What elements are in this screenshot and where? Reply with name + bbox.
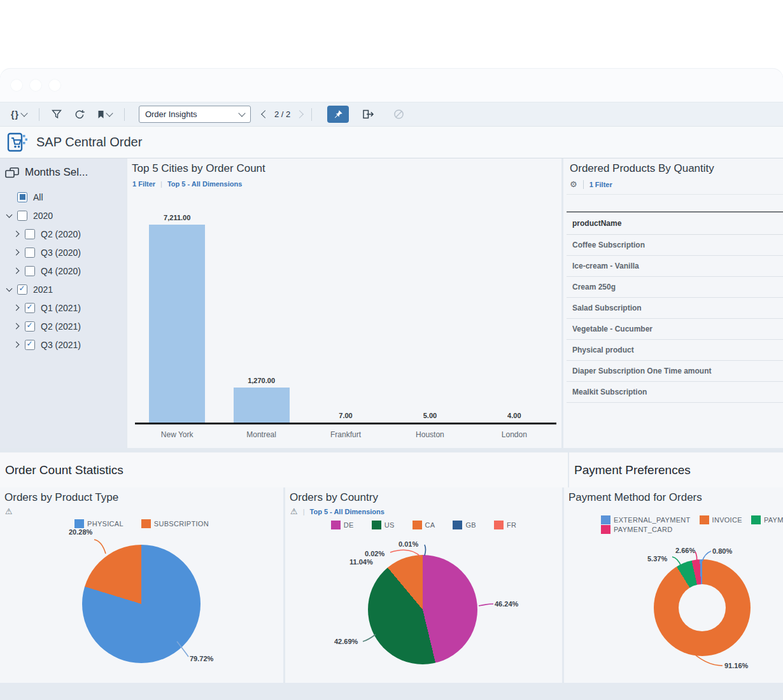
country-pie[interactable] bbox=[368, 555, 477, 664]
product-type-pie[interactable] bbox=[82, 545, 201, 663]
pie2-legend: DEUSCAGBFR bbox=[285, 521, 562, 529]
checkbox[interactable] bbox=[25, 229, 35, 239]
chevron-right-icon[interactable] bbox=[13, 230, 22, 239]
table-row[interactable]: Salad Subscription bbox=[567, 298, 783, 319]
filter-link[interactable]: 1 Filter bbox=[589, 181, 612, 188]
pin-button[interactable] bbox=[327, 106, 349, 123]
pie-slice-label: 5.37% bbox=[647, 555, 667, 563]
filter-link[interactable]: 1 Filter bbox=[132, 180, 155, 188]
legend-swatch bbox=[74, 519, 84, 528]
legend-label: PAYMEN bbox=[764, 516, 783, 524]
legend-item[interactable]: DE bbox=[331, 521, 354, 529]
bar-value-label: 5.00 bbox=[423, 412, 437, 419]
gear-icon[interactable]: ⚙ bbox=[570, 179, 577, 189]
toolbar-divider bbox=[311, 108, 312, 121]
legend-item[interactable]: EXTERNAL_PAYMENT bbox=[601, 515, 691, 524]
chevron-right-icon[interactable] bbox=[13, 322, 22, 331]
tree-item-q1-2021-[interactable]: Q1 (2021) bbox=[13, 298, 125, 317]
tree-item-label: Q3 (2020) bbox=[41, 248, 81, 258]
script-menu-button[interactable]: {} bbox=[8, 108, 30, 122]
payment-method-donut[interactable] bbox=[654, 559, 751, 656]
bar[interactable] bbox=[234, 388, 290, 423]
legend-item[interactable]: CA bbox=[413, 521, 435, 529]
legend-item[interactable]: SUBSCRIPTION bbox=[141, 519, 209, 528]
chevron-down-icon[interactable] bbox=[5, 285, 14, 294]
bar-value-label: 7.00 bbox=[339, 412, 352, 419]
tree-item-2020[interactable]: 2020 bbox=[5, 206, 125, 225]
tree-item-q4-2020-[interactable]: Q4 (2020) bbox=[13, 262, 125, 280]
legend-item[interactable]: US bbox=[372, 521, 395, 529]
tree-item-label: Q4 (2020) bbox=[41, 266, 81, 276]
chevron-right-icon[interactable] bbox=[13, 248, 22, 257]
bar-category: Montreal bbox=[219, 424, 303, 439]
table-row[interactable]: Ice-cream - Vanilla bbox=[567, 256, 783, 277]
tree-item-q2-2020-[interactable]: Q2 (2020) bbox=[13, 225, 125, 243]
chevron-down-icon[interactable] bbox=[5, 211, 14, 220]
legend-swatch bbox=[601, 525, 610, 534]
checkbox[interactable] bbox=[25, 340, 35, 350]
window-control-dot[interactable] bbox=[29, 79, 42, 92]
page-prev-button[interactable] bbox=[261, 110, 269, 118]
pie-slice-label: 0.80% bbox=[712, 547, 732, 555]
checkbox[interactable] bbox=[25, 303, 35, 313]
refresh-icon bbox=[74, 109, 85, 120]
chevron-right-icon[interactable] bbox=[13, 267, 22, 276]
checkbox[interactable] bbox=[17, 192, 27, 202]
pin-icon bbox=[334, 109, 343, 119]
expander-spacer bbox=[5, 193, 14, 202]
legend-swatch bbox=[700, 515, 709, 524]
table-row[interactable]: Physical product bbox=[567, 340, 783, 361]
pie-slice-label: 42.69% bbox=[334, 638, 358, 645]
refresh-button[interactable] bbox=[71, 108, 88, 122]
tree-item-q3-2021-[interactable]: Q3 (2021) bbox=[13, 335, 125, 354]
bar-value-label: 7,211.00 bbox=[164, 214, 190, 221]
exit-button[interactable] bbox=[359, 108, 377, 121]
tree-item-q2-2021-[interactable]: Q2 (2021) bbox=[13, 317, 125, 335]
dimensions-link[interactable]: Top 5 - All Dimensions bbox=[310, 508, 384, 515]
table-row[interactable]: Cream 250g bbox=[567, 277, 783, 298]
legend-item[interactable]: GB bbox=[453, 521, 476, 529]
table-row[interactable]: Mealkit Subscription bbox=[567, 382, 783, 403]
legend-item[interactable]: INVOICE bbox=[700, 515, 742, 524]
view-select[interactable]: Order Insights bbox=[139, 106, 251, 123]
tree-item-2021[interactable]: 2021 bbox=[5, 280, 125, 298]
tree-item-label: 2020 bbox=[33, 211, 53, 221]
top-content-row: Months Sel... All2020Q2 (2020)Q3 (2020)Q… bbox=[0, 158, 783, 448]
checkbox[interactable] bbox=[25, 266, 35, 276]
bar-column: 7,211.00 bbox=[135, 214, 219, 423]
chevron-right-icon[interactable] bbox=[13, 304, 22, 312]
months-filter-panel: Months Sel... All2020Q2 (2020)Q3 (2020)Q… bbox=[0, 158, 125, 448]
bar-chart-filters: 1 Filter | Top 5 - All Dimensions bbox=[132, 180, 242, 188]
checkbox[interactable] bbox=[25, 248, 35, 258]
legend-item[interactable]: PAYMEN bbox=[751, 515, 783, 524]
tree-item-q3-2020-[interactable]: Q3 (2020) bbox=[13, 243, 125, 262]
checkbox[interactable] bbox=[17, 284, 27, 295]
page-title: SAP Central Order bbox=[36, 135, 142, 150]
checkbox[interactable] bbox=[25, 321, 35, 332]
checkbox[interactable] bbox=[17, 211, 27, 221]
table-row[interactable]: Vegetable - Cucumber bbox=[567, 319, 783, 340]
months-panel-title: Months Sel... bbox=[25, 166, 88, 179]
bar[interactable] bbox=[149, 225, 205, 423]
window-control-dot[interactable] bbox=[10, 79, 23, 92]
legend-label: INVOICE bbox=[712, 516, 742, 524]
months-panel-header: Months Sel... bbox=[5, 166, 125, 179]
donut-title: Payment Method for Orders bbox=[568, 491, 702, 504]
pie1-legend: PHYSICALSUBSCRIPTION bbox=[0, 519, 283, 528]
page-next-button[interactable] bbox=[295, 110, 304, 118]
legend-item[interactable]: PAYMENT_CARD bbox=[601, 525, 672, 534]
legend-item[interactable]: PHYSICAL bbox=[74, 519, 123, 528]
bookmark-button[interactable] bbox=[94, 108, 115, 121]
chevron-right-icon[interactable] bbox=[13, 340, 22, 349]
section-headers: Order Count Statistics Payment Preferenc… bbox=[0, 452, 783, 487]
dimensions-link[interactable]: Top 5 - All Dimensions bbox=[167, 180, 242, 188]
table-top-border bbox=[567, 194, 783, 195]
filter-button[interactable] bbox=[48, 108, 65, 121]
tree-item-label: Q2 (2021) bbox=[41, 321, 81, 332]
legend-item[interactable]: FR bbox=[494, 521, 516, 529]
window-control-dot[interactable] bbox=[48, 79, 61, 92]
tree-item-all[interactable]: All bbox=[5, 188, 125, 206]
script-icon: {} bbox=[11, 109, 19, 120]
table-row[interactable]: Diaper Subscription One Time amount bbox=[567, 361, 783, 382]
table-row[interactable]: Coffee Subscription bbox=[567, 235, 783, 256]
